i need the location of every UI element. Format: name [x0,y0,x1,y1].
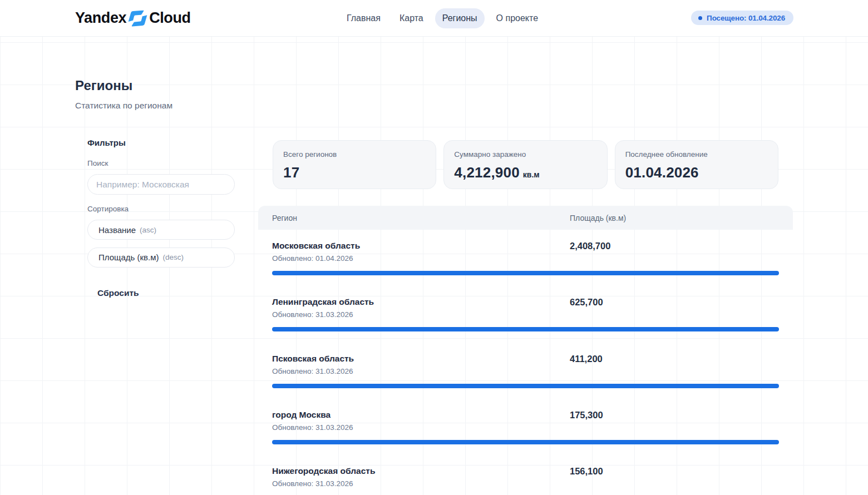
region-row[interactable]: Московская область 2,408,700 Обновлено: … [258,230,793,286]
region-name: Нижегородская область [272,466,570,477]
region-bar-track [272,327,779,331]
filters-title: Фильтры [87,136,247,149]
table-header: Регион Площадь (кв.м) [258,206,793,230]
stat-card-total-regions: Всего регионов 17 [273,140,436,189]
visited-badge: Посещено: 01.04.2026 [691,11,793,25]
page-title: Регионы [75,78,793,93]
region-updated: Обновлено: 31.03.2026 [272,366,779,377]
stat-value: 4,212,900кв.м [454,164,596,183]
badge-dot-icon [698,16,702,20]
sort-by-name-button[interactable]: Название (asc) [87,220,235,240]
sort-by-name-direction: (asc) [140,226,156,234]
region-name: город Москва [272,409,570,420]
logo[interactable]: Yandex Cloud [75,0,191,36]
region-updated: Обновлено: 31.03.2026 [272,422,779,433]
sort-label: Сортировка [87,205,247,214]
region-bar-fill [272,440,779,444]
region-bar-track [272,384,779,388]
region-rows: Московская область 2,408,700 Обновлено: … [258,230,793,495]
region-row[interactable]: Псковская область 411,200 Обновлено: 31.… [258,343,793,399]
stat-label: Всего регионов [283,150,426,159]
regions-table: Регион Площадь (кв.м) Московская область… [258,206,793,495]
reset-filters-button[interactable]: Сбросить [97,288,139,299]
content-column: Всего регионов 17 Суммарно заражено 4,21… [258,140,793,495]
stat-value-suffix: кв.м [523,170,540,179]
stat-card-total-infected: Суммарно заражено 4,212,900кв.м [443,140,607,189]
stats-row: Всего регионов 17 Суммарно заражено 4,21… [273,140,778,189]
nav-item-karta[interactable]: Карта [392,8,431,28]
logo-part2: Cloud [149,9,190,27]
yandex-cloud-icon [128,9,147,27]
region-row[interactable]: город Москва 175,300 Обновлено: 31.03.20… [258,399,793,455]
main-nav: Главная Карта Регионы О проекте [339,0,545,36]
top-bar: Yandex Cloud Главная Карта Регионы О про… [0,0,868,37]
nav-item-regiony[interactable]: Регионы [435,8,485,28]
region-name: Псковская область [272,353,570,364]
main-content: Регионы Статистика по регионам Фильтры П… [75,37,793,495]
region-name: Ленинградская область [272,296,570,308]
region-updated: Обновлено: 31.03.2026 [272,478,779,489]
page-subtitle: Статистика по регионам [75,101,793,110]
region-updated: Обновлено: 31.03.2026 [272,309,779,320]
stat-value: 17 [283,164,426,181]
region-area-value: 175,300 [570,409,603,420]
region-name: Московская область [272,240,570,251]
region-area-value: 2,408,700 [570,240,610,251]
region-bar-track [272,440,779,444]
region-area-value: 625,700 [570,296,603,308]
column-header-region: Регион [272,214,570,222]
region-bar-fill [272,327,779,331]
region-bar-fill [272,271,779,275]
region-area-value: 411,200 [570,353,603,364]
search-input[interactable] [87,174,235,195]
search-label: Поиск [87,159,247,168]
nav-item-o-proekte[interactable]: О проекте [489,8,545,28]
stat-value: 01.04.2026 [625,164,768,181]
sort-by-area-direction: (desc) [162,253,184,261]
stat-card-last-update: Последнее обновление 01.04.2026 [615,140,778,189]
column-header-area: Площадь (кв.м) [570,214,626,222]
region-bar-fill [272,384,779,388]
nav-item-glavnaya[interactable]: Главная [339,8,388,28]
region-row[interactable]: Ленинградская область 625,700 Обновлено:… [258,286,793,342]
stat-label: Последнее обновление [625,150,768,159]
filters-panel: Фильтры Поиск Сортировка Название (asc) … [75,136,247,495]
sort-by-area-button[interactable]: Площадь (кв.м) (desc) [87,248,235,268]
visited-badge-label: Посещено: 01.04.2026 [707,14,785,22]
sort-by-area-label: Площадь (кв.м) [98,253,159,262]
region-bar-track [272,271,779,275]
stat-label: Суммарно заражено [454,150,596,159]
region-row[interactable]: Нижегородская область 156,100 Обновлено:… [258,455,793,495]
sort-by-name-label: Название [98,225,136,235]
logo-part1: Yandex [75,9,126,27]
region-area-value: 156,100 [570,466,603,477]
region-updated: Обновлено: 01.04.2026 [272,253,779,264]
